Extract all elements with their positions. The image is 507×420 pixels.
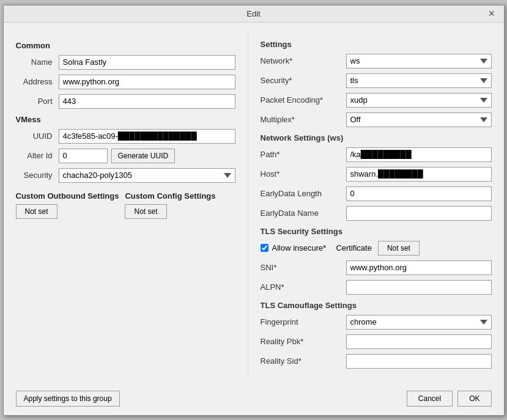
uuid-label: UUID [16,131,59,141]
vmess-header: VMess [16,115,235,124]
host-input[interactable] [346,167,492,182]
tls-camouflage-header: TLS Camouflage Settings [261,301,492,310]
alter-id-controls: Generate UUID [59,149,235,163]
security-row: Security auto none zero aes-128-gcm chac… [16,168,235,183]
sni-input[interactable] [346,260,492,275]
packet-encoding-label: Packet Encoding* [261,95,346,105]
right-security-select[interactable]: none tls reality [346,73,492,88]
bottom-buttons: Apply settings to this group Cancel OK [4,385,504,415]
name-row: Name [16,55,235,70]
common-header: Common [16,41,235,50]
edit-dialog: Edit ✕ Common Name Address Port VMess [3,5,505,416]
early-data-name-row: EarlyData Name [261,206,492,221]
alpn-row: ALPN* [261,280,492,295]
certificate-label: Certificate [333,241,374,256]
alpn-label: ALPN* [261,282,346,292]
host-row: Host* [261,167,492,182]
alpn-input[interactable] [346,280,492,295]
reality-pbk-row: Reality Pbk* [261,334,492,349]
early-data-length-label: EarlyData Length [261,189,346,198]
name-input[interactable] [59,55,235,70]
fingerprint-row: Fingerprint chrome firefox safari ios an… [261,315,492,330]
uuid-input[interactable] [59,129,235,144]
generate-uuid-button[interactable]: Generate UUID [111,149,176,163]
custom-outbound-col: Custom Outbound Settings Not set [16,191,119,219]
sni-label: SNI* [261,263,346,272]
apply-group-button[interactable]: Apply settings to this group [16,391,120,407]
left-panel: Common Name Address Port VMess UUID Alte… [4,29,248,378]
address-input[interactable] [59,75,235,89]
security-select[interactable]: auto none zero aes-128-gcm chacha20-poly… [59,168,235,183]
custom-outbound-header: Custom Outbound Settings [16,191,119,201]
dialog-body: Common Name Address Port VMess UUID Alte… [4,23,504,385]
fingerprint-label: Fingerprint [261,317,346,326]
allow-insecure-checkbox[interactable] [261,244,268,252]
right-security-row: Security* none tls reality [261,73,492,88]
right-panel: Settings Network* tcp kcp ws http quic g… [248,29,504,378]
allow-insecure-row: Allow insecure* Certificate Not set [261,241,492,256]
reality-pbk-input[interactable] [346,334,492,349]
custom-config-col: Custom Config Settings Not set [125,191,215,219]
certificate-button[interactable]: Not set [378,241,420,256]
custom-outbound-button[interactable]: Not set [16,204,57,219]
port-input[interactable] [59,94,235,109]
cancel-button[interactable]: Cancel [407,391,453,407]
address-label: Address [16,77,59,86]
address-row: Address [16,75,235,89]
custom-config-button[interactable]: Not set [125,204,166,219]
fingerprint-select[interactable]: chrome firefox safari ios android edge 3… [346,315,492,330]
alter-id-label: Alter Id [16,151,59,160]
host-label: Host* [261,169,346,179]
early-data-name-label: EarlyData Name [261,208,346,218]
tls-security-header: TLS Security Settings [261,227,492,236]
network-row: Network* tcp kcp ws http quic grpc [261,54,492,68]
custom-settings-section: Custom Outbound Settings Not set Custom … [16,191,235,219]
port-row: Port [16,94,235,109]
network-label: Network* [261,56,346,65]
multiplex-label: Multiplex* [261,115,346,124]
alter-id-input[interactable] [59,149,108,163]
reality-sid-label: Reality Sid* [261,356,346,366]
alter-id-row: Alter Id Generate UUID [16,149,235,163]
path-label: Path* [261,150,346,159]
reality-sid-input[interactable] [346,354,492,369]
close-button[interactable]: ✕ [486,9,498,18]
security-label: Security [16,171,59,180]
early-data-length-row: EarlyData Length [261,186,492,201]
settings-header: Settings [261,40,492,49]
multiplex-select[interactable]: Off On [346,112,492,127]
title-bar: Edit ✕ [4,6,504,23]
allow-insecure-label: Allow insecure* [272,243,327,252]
right-security-label: Security* [261,76,346,85]
multiplex-row: Multiplex* Off On [261,112,492,127]
reality-pbk-label: Reality Pbk* [261,337,346,346]
custom-config-header: Custom Config Settings [125,191,215,201]
name-label: Name [16,57,59,67]
uuid-row: UUID [16,129,235,144]
port-label: Port [16,97,59,106]
early-data-length-input[interactable] [346,186,492,201]
packet-encoding-select[interactable]: none packet xudp [346,93,492,108]
path-input[interactable] [346,147,492,162]
network-settings-header: Network Settings (ws) [261,133,492,142]
path-row: Path* [261,147,492,162]
ok-button[interactable]: OK [457,391,491,407]
early-data-name-input[interactable] [346,206,492,221]
network-select[interactable]: tcp kcp ws http quic grpc [346,54,492,68]
dialog-title: Edit [22,9,486,18]
sni-row: SNI* [261,260,492,275]
packet-encoding-row: Packet Encoding* none packet xudp [261,93,492,108]
reality-sid-row: Reality Sid* [261,354,492,369]
